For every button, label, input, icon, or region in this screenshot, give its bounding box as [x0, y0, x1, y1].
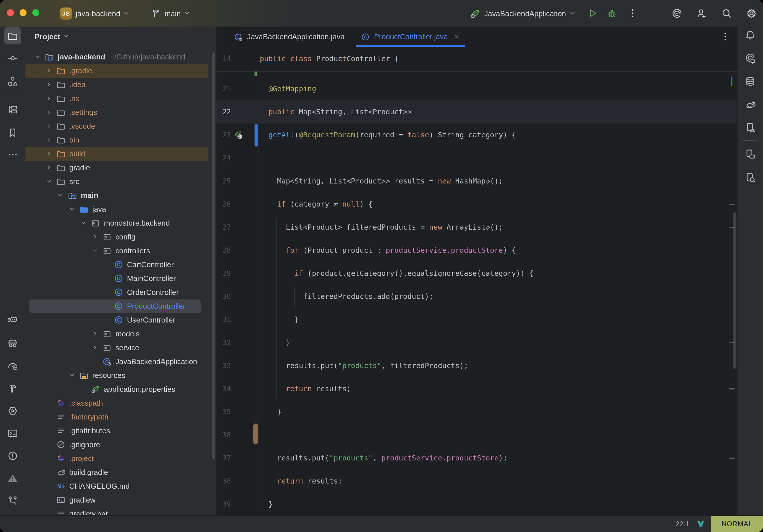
terminal-icon[interactable]	[4, 425, 21, 442]
tree-item-service[interactable]: service	[25, 341, 216, 355]
line-number[interactable]: 34	[216, 377, 231, 400]
structure-icon[interactable]	[4, 73, 21, 90]
gradle-icon[interactable]	[742, 96, 759, 113]
database-icon[interactable]	[742, 73, 759, 90]
chevron-right-icon[interactable]	[90, 232, 99, 242]
tree-item-build[interactable]: build	[25, 147, 216, 161]
chevron-right-icon[interactable]	[44, 122, 53, 131]
tree-item-.gradle[interactable]: .gradle	[25, 64, 216, 78]
chevron-right-icon[interactable]	[44, 66, 53, 75]
chevron-right-icon[interactable]	[44, 163, 53, 172]
caret-position[interactable]: 22:1	[676, 516, 689, 532]
tree-scrollbar[interactable]	[212, 53, 215, 459]
chevron-right-icon[interactable]	[44, 149, 53, 159]
more-tools-icon[interactable]	[4, 146, 21, 163]
editor-scrollbar[interactable]	[733, 212, 736, 369]
ai-assistant-icon[interactable]	[742, 50, 759, 67]
line-number[interactable]: 21	[216, 77, 231, 100]
chevron-down-icon[interactable]	[67, 371, 76, 380]
chevron-down-icon[interactable]	[44, 177, 53, 186]
tree-item-.project[interactable]: .project	[25, 452, 216, 465]
chevron-right-icon[interactable]	[44, 108, 53, 117]
code-line-26[interactable]: 26 if (category ≠ null) {	[216, 193, 738, 216]
line-number[interactable]: 32	[216, 331, 231, 354]
incognito-icon[interactable]	[4, 335, 21, 352]
project-widget[interactable]: JB java-backend	[60, 0, 131, 27]
add-user-icon[interactable]	[696, 8, 708, 19]
tree-item-CartController[interactable]: CCartController	[25, 258, 216, 271]
gear-icon[interactable]	[746, 8, 757, 19]
tree-item-application.properties[interactable]: application.properties	[25, 382, 216, 396]
bookmarks-icon[interactable]	[4, 124, 21, 141]
tree-item-gradlew.bat[interactable]: gradlew.bat	[25, 507, 216, 516]
problems-icon[interactable]	[4, 447, 21, 465]
tree-item-.idea[interactable]: .idea	[25, 78, 216, 91]
zoom-button[interactable]	[32, 9, 39, 16]
debug-button[interactable]	[606, 0, 617, 27]
code-line-25[interactable]: 25 Map<String, List<Product>> results = …	[216, 170, 738, 193]
tree-item-.gitignore[interactable]: .gitignore	[25, 438, 216, 452]
tree-item-java-backend[interactable]: java-backend~/Github/java-backend	[25, 50, 216, 64]
git-branch-tool-icon[interactable]	[4, 492, 21, 509]
build-icon[interactable]	[4, 380, 21, 397]
chevron-down-icon[interactable]	[90, 246, 99, 255]
tree-item-ProductController[interactable]: CProductController	[25, 299, 216, 313]
chevron-right-icon[interactable]	[44, 94, 53, 103]
branch-widget[interactable]: main	[151, 0, 191, 27]
tree-item-.vscode[interactable]: .vscode	[25, 119, 216, 133]
line-number[interactable]: 37	[216, 447, 231, 470]
ai-cat-icon[interactable]	[4, 312, 21, 330]
chevron-right-icon[interactable]	[90, 329, 99, 338]
line-number[interactable]: 38	[216, 470, 231, 493]
run-configuration-widget[interactable]: JavaBackendApplication	[470, 0, 576, 27]
device-explorer-icon[interactable]	[742, 169, 759, 186]
line-number[interactable]: 39	[216, 493, 231, 516]
code-line-22[interactable]: 22 public Map<String, List<Product>>	[216, 100, 738, 124]
ai-spiral-icon[interactable]	[671, 8, 683, 19]
commit-icon[interactable]	[4, 50, 21, 67]
tree-item-bin[interactable]: bin	[25, 133, 216, 147]
tree-item-.gitattributes[interactable]: .gitattributes	[25, 424, 216, 438]
chevron-right-icon[interactable]	[44, 80, 53, 89]
profiler-icon[interactable]	[4, 357, 21, 374]
code-line-24[interactable]: 24	[216, 147, 738, 170]
tree-item-resources[interactable]: resources	[25, 369, 216, 382]
editor-groups-icon[interactable]	[4, 101, 21, 118]
tree-item-.factorypath[interactable]: .factorypath	[25, 410, 216, 424]
more-run-actions-button[interactable]	[627, 0, 638, 27]
minimize-button[interactable]	[20, 9, 27, 16]
code-line-30[interactable]: 30 filteredProducts.add(product);	[216, 285, 738, 308]
code-line-37[interactable]: 37 results.put("products", productServic…	[216, 447, 738, 470]
code-line-27[interactable]: 27 List<Product> filteredProducts = new …	[216, 216, 738, 239]
tree-item-MainController[interactable]: CMainController	[25, 271, 216, 285]
tree-item-models[interactable]: models	[25, 327, 216, 341]
code-line-32[interactable]: 32 }	[216, 331, 738, 354]
chevron-right-icon[interactable]	[44, 135, 53, 145]
code-line-28[interactable]: 28 for (Product product : productService…	[216, 239, 738, 262]
code-line-31[interactable]: 31 }	[216, 308, 738, 331]
tree-item-gradle[interactable]: gradle	[25, 161, 216, 174]
tree-item-.nx[interactable]: .nx	[25, 91, 216, 105]
line-number[interactable]: 24	[216, 147, 231, 170]
code-line-34[interactable]: 34 return results;	[216, 377, 738, 400]
line-number[interactable]: 23	[216, 124, 231, 147]
code-line-38[interactable]: 38 return results;	[216, 470, 738, 493]
chevron-down-icon[interactable]	[78, 218, 88, 228]
tree-item-main[interactable]: main	[25, 188, 216, 202]
search-icon[interactable]	[721, 8, 732, 19]
line-number[interactable]: 25	[216, 170, 231, 193]
line-number[interactable]: 36	[216, 424, 231, 447]
chevron-down-icon[interactable]	[32, 52, 42, 61]
code-line-29[interactable]: 29 if (product.getCategory().equalsIgnor…	[216, 262, 738, 285]
warning-icon[interactable]	[4, 470, 21, 487]
line-number[interactable]: 30	[216, 285, 231, 308]
services-icon[interactable]	[4, 402, 21, 419]
editor-area[interactable]: CJavaBackendApplication.javaCProductCont…	[216, 27, 738, 516]
line-number[interactable]: 26	[216, 193, 231, 216]
device-manager-icon[interactable]	[742, 146, 759, 163]
code-line-39[interactable]: 39 }	[216, 493, 738, 516]
tree-item-OrderController[interactable]: COrderController	[25, 285, 216, 299]
line-number[interactable]: 35	[216, 400, 231, 424]
tree-item-build.gradle[interactable]: build.gradle	[25, 465, 216, 479]
run-button[interactable]	[587, 0, 598, 27]
